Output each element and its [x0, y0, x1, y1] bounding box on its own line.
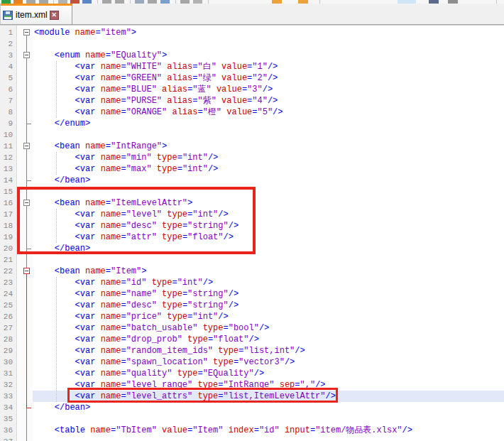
code-line[interactable]: <var name="price" type="int"/>: [34, 311, 229, 322]
line-number: 5: [0, 72, 17, 84]
code-token: <bean: [34, 141, 85, 151]
tab-item-xml[interactable]: item.xml ✕: [0, 4, 72, 24]
line-number: 9: [0, 118, 17, 129]
code-line[interactable]: <var name="max" type="int"/>: [34, 163, 218, 175]
line-number: 21: [0, 254, 17, 266]
code-token: />: [208, 153, 218, 163]
code-line[interactable]: <var name="batch_usable" type="bool"/>: [34, 322, 269, 334]
code-token: "int": [177, 278, 203, 288]
line-number-gutter: 1234567891011121314151617181920212223242…: [0, 26, 17, 441]
line-number: 14: [0, 175, 17, 186]
code-line[interactable]: <table name="TbItem" value="Item" index=…: [34, 425, 412, 436]
code-line[interactable]: <var name="random_item_ids" type="list,i…: [34, 345, 305, 356]
line-number: 37: [0, 436, 17, 441]
code-token: <var: [34, 334, 101, 344]
code-token: />: [268, 62, 278, 72]
code-token: =: [121, 73, 126, 83]
code-token: "id": [259, 425, 280, 435]
code-token: =: [197, 369, 202, 379]
code-token: =: [223, 323, 228, 333]
fold-end-tick: [26, 180, 31, 181]
code-token: =: [182, 289, 187, 299]
code-token: "float": [213, 334, 248, 344]
code-token: "id": [126, 278, 147, 288]
close-icon[interactable]: ✕: [50, 11, 59, 20]
fold-toggle-icon[interactable]: [23, 29, 30, 36]
code-token: =: [121, 289, 126, 299]
annotation-rectangle: [17, 187, 256, 254]
fold-toggle-icon[interactable]: [23, 268, 30, 274]
tab-title: item.xml: [16, 10, 48, 20]
fold-toggle-icon[interactable]: [23, 143, 30, 149]
line-number: 22: [0, 266, 17, 277]
code-line[interactable]: <var name="name" type="string"/>: [34, 288, 239, 300]
line-number: 3: [0, 50, 17, 61]
code-token: name: [85, 141, 106, 151]
code-line[interactable]: <var name="spawn_location" type="vector3…: [34, 356, 295, 368]
code-line[interactable]: <module name="item">: [34, 27, 136, 38]
code-token: "紫": [197, 96, 216, 106]
code-token: "5": [258, 107, 273, 117]
code-token: <var: [34, 107, 101, 117]
code-line[interactable]: <var name="GREEN" alias="绿" value="2"/>: [34, 72, 278, 84]
code-token: <var: [34, 300, 101, 310]
line-number: 34: [0, 402, 17, 413]
code-token: =: [254, 425, 259, 435]
code-token: "int": [182, 164, 208, 174]
code-line[interactable]: <var name="ORANGE" alias="橙" value="5"/>: [34, 107, 283, 118]
code-token: />: [254, 369, 264, 379]
code-token: "item": [101, 28, 131, 38]
code-token: "EQuality": [203, 369, 254, 379]
code-line[interactable]: <var name="min" type="int"/>: [34, 152, 218, 163]
code-token: name: [101, 300, 121, 310]
code-line[interactable]: <var name="id" type="int"/>: [34, 277, 213, 288]
code-token: "GREEN": [126, 73, 162, 83]
line-number: 4: [0, 61, 17, 72]
code-token: =: [121, 300, 126, 310]
code-line[interactable]: <var name="BLUE" alias="蓝" value="3"/>: [34, 84, 273, 95]
code-line[interactable]: </enum>: [34, 118, 90, 129]
line-number: 26: [0, 311, 17, 322]
code-line[interactable]: <var name="PURSE" alias="紫" value="4"/>: [34, 95, 278, 107]
line-number: 19: [0, 232, 17, 243]
code-line[interactable]: <var name="desc" type="string"/>: [34, 300, 239, 311]
code-token: value: [217, 73, 247, 83]
code-line[interactable]: <var name="quality" type="EQuality"/>: [34, 368, 264, 379]
line-number: 12: [0, 152, 17, 163]
code-token: =: [106, 266, 111, 276]
code-line[interactable]: <var name="WHITE" alias="白" value="1"/>: [34, 61, 278, 72]
code-token: type: [157, 300, 182, 310]
code-token: type: [182, 334, 208, 344]
code-token: />: [263, 85, 273, 94]
code-token: "BLUE": [126, 85, 157, 94]
code-token: name: [101, 346, 121, 356]
fold-line-active: [26, 271, 27, 408]
code-line[interactable]: <bean name="IntRange">: [34, 141, 167, 152]
code-line[interactable]: <var name="drop_prob" type="float"/>: [34, 334, 259, 345]
code-token: </bean>: [34, 175, 90, 185]
code-token: "list,int": [243, 346, 295, 356]
code-line[interactable]: </bean>: [34, 402, 90, 413]
code-token: "蓝": [192, 85, 211, 94]
tab-bar: item.xml ✕: [0, 4, 504, 24]
code-token: <var: [34, 96, 101, 106]
code-line[interactable]: <enum name="EQuality">: [34, 50, 167, 61]
code-token: name: [101, 278, 121, 288]
code-token: type: [208, 357, 234, 367]
code-token: alias: [157, 85, 187, 94]
code-token: name: [101, 323, 121, 333]
code-token: =: [121, 85, 126, 94]
code-token: "batch_usable": [126, 323, 198, 333]
fold-toggle-icon[interactable]: [23, 52, 30, 58]
code-line[interactable]: <bean name="Item">: [34, 266, 146, 277]
save-icon: [3, 11, 13, 20]
code-token: =: [121, 357, 126, 367]
code-line[interactable]: </bean>: [34, 175, 90, 186]
code-token: />: [229, 289, 239, 299]
line-number: 24: [0, 288, 17, 300]
code-token: "quality": [126, 369, 172, 379]
code-token: =: [121, 369, 126, 379]
code-token: =: [172, 278, 177, 288]
code-token: <var: [34, 164, 101, 174]
code-token: "drop_prob": [126, 334, 182, 344]
